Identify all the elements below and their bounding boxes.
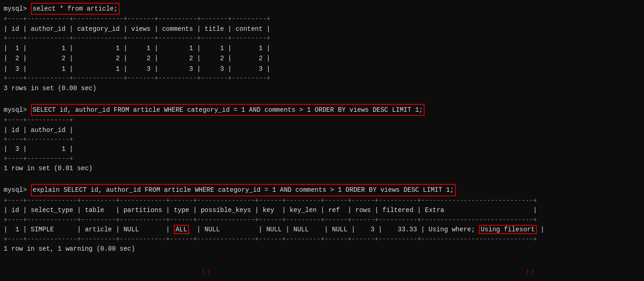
cmd2-line: mysql> SELECT id, author_id FROM article… [4, 104, 640, 116]
cmd1-box: select * from article; [31, 3, 120, 15]
table1-sep-mid: +----+-----------+-------------+-------+… [4, 34, 640, 43]
prompt-1: mysql> [4, 4, 31, 14]
table3-row-1: | 1 | SIMPLE | article | NULL | ALL | NU… [4, 224, 640, 235]
arrow-right: ↑↑ [524, 267, 535, 277]
cmd3-box: explain SELECT id, author_id FROM articl… [31, 184, 456, 196]
table2-rowcount: 1 row in set (0.01 sec) [4, 163, 640, 173]
arrow-line: ↑↑↑↑ [4, 254, 640, 281]
table2-sep-top: +----+-----------+ [4, 116, 640, 125]
table3-sep-top: +----+-------------+---------+----------… [4, 196, 640, 206]
table1-row-1: | 1 | 1 | 1 | 1 | 1 | 1 | 1 | [4, 43, 640, 53]
filesort-highlight: Using filesort [479, 225, 537, 234]
table1-sep-top: +----+-----------+-------------+-------+… [4, 15, 640, 24]
blank1 [4, 93, 640, 103]
cmd2-box: SELECT id, author_id FROM article WHERE … [31, 104, 425, 116]
cmd3-line: mysql> explain SELECT id, author_id FROM… [4, 184, 640, 196]
table1-rowcount: 3 rows in set (0.00 sec) [4, 83, 640, 93]
prompt-2: mysql> [4, 105, 31, 115]
prompt-3: mysql> [4, 185, 31, 195]
table3-headers: | id | select_type | table | partitions … [4, 205, 640, 215]
table3-sep-mid: +----+-------------+---------+----------… [4, 216, 640, 225]
table1-headers: | id | author_id | category_id | views |… [4, 24, 640, 34]
table2-headers: | id | author_id | [4, 125, 640, 135]
table1-sep-bot: +----+-----------+-------------+-------+… [4, 74, 640, 83]
table2-row-1: | 3 | 1 | [4, 144, 640, 154]
blank2 [4, 174, 640, 184]
terminal-window: mysql> select * from article; +----+----… [4, 3, 640, 281]
table2-sep-bot: +----+-----------+ [4, 155, 640, 164]
table2-sep-mid: +----+-----------+ [4, 135, 640, 144]
table1-row-3: | 3 | 1 | 1 | 3 | 3 | 3 | 3 | [4, 64, 640, 74]
arrow-left: ↑↑ [201, 267, 212, 277]
table3-rowcount: 1 row in set, 1 warning (0.00 sec) [4, 244, 640, 254]
type-highlight: ALL [174, 225, 189, 234]
table1-row-2: | 2 | 2 | 2 | 2 | 2 | 2 | 2 | [4, 53, 640, 63]
cmd1-line: mysql> select * from article; [4, 3, 640, 15]
table3-sep-bot: +----+-------------+---------+----------… [4, 235, 640, 244]
